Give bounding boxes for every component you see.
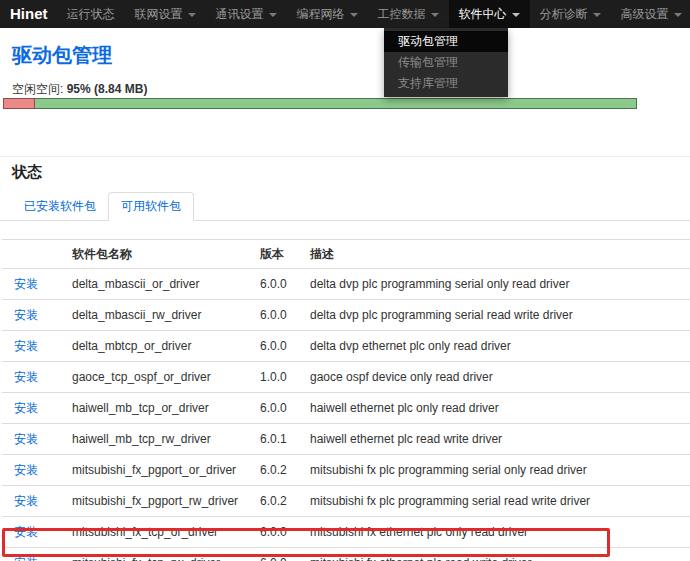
section-divider <box>0 156 690 157</box>
main-menu: 运行状态联网设置通讯设置编程网络工控数据软件中心分析诊断高级设置系统设置退出 <box>57 0 690 28</box>
tab-installed-packages[interactable]: 已安装软件包 <box>12 193 108 220</box>
package-table: 软件包名称 版本 描述 安装delta_mbascii_or_driver6.0… <box>2 239 690 561</box>
version-cell: 6.0.0 <box>252 393 302 424</box>
package-name-cell: delta_mbascii_rw_driver <box>64 300 252 331</box>
free-space-label: 空闲空间: <box>12 82 63 96</box>
section-title: 状态 <box>12 163 690 181</box>
chevron-down-icon <box>188 13 196 17</box>
package-name-cell: haiwell_mb_tcp_or_driver <box>64 393 252 424</box>
install-link[interactable]: 安装 <box>14 401 38 415</box>
nav-item-label: 联网设置 <box>135 0 183 28</box>
brand-logo[interactable]: Hinet <box>0 0 57 28</box>
table-row: 安装delta_mbascii_rw_driver6.0.0delta dvp … <box>2 300 690 331</box>
chevron-down-icon <box>431 13 439 17</box>
nav-item-label: 高级设置 <box>621 0 669 28</box>
description-cell: delta dvp plc programming serial read wr… <box>302 300 690 331</box>
package-name-cell: mitsubishi_fx_pgport_or_driver <box>64 455 252 486</box>
nav-item-label: 分析诊断 <box>540 0 588 28</box>
header-version: 版本 <box>252 240 302 269</box>
version-cell: 6.0.0 <box>252 548 302 561</box>
free-space-progressbar <box>3 98 637 109</box>
tab-available-packages[interactable]: 可用软件包 <box>108 192 194 221</box>
nav-item-network-settings[interactable]: 联网设置 <box>125 0 206 28</box>
free-space-line: 空闲空间: 95% (8.84 MB) <box>12 82 690 96</box>
description-cell: delta dvp ethernet plc only read driver <box>302 331 690 362</box>
package-name-cell: delta_mbascii_or_driver <box>64 269 252 300</box>
description-cell: gaoce ospf device only read driver <box>302 362 690 393</box>
install-link[interactable]: 安装 <box>14 339 38 353</box>
free-space-segment <box>35 98 637 109</box>
table-header-row: 软件包名称 版本 描述 <box>2 240 690 269</box>
dropdown-item-transfer-package-mgmt[interactable]: 传输包管理 <box>384 52 508 73</box>
nav-item-label: 工控数据 <box>378 0 426 28</box>
nav-item-label: 通讯设置 <box>216 0 264 28</box>
nav-item-ics-data[interactable]: 工控数据 <box>368 0 449 28</box>
nav-item-comm-settings[interactable]: 通讯设置 <box>206 0 287 28</box>
header-package-name: 软件包名称 <box>64 240 252 269</box>
table-row: 安装delta_mbtcp_or_driver6.0.0delta dvp et… <box>2 331 690 362</box>
package-name-cell: delta_mbtcp_or_driver <box>64 331 252 362</box>
table-row: 安装haiwell_mb_tcp_or_driver6.0.0haiwell e… <box>2 393 690 424</box>
chevron-down-icon <box>512 13 520 17</box>
table-row: 安装mitsubishi_fx_tcp_or_driver6.0.0mitsub… <box>2 517 690 548</box>
version-cell: 6.0.0 <box>252 517 302 548</box>
description-cell: haiwell ethernet plc read write driver <box>302 424 690 455</box>
package-tabs: 已安装软件包可用软件包 <box>0 192 690 221</box>
version-cell: 6.0.2 <box>252 486 302 517</box>
software-center-dropdown-menu: 驱动包管理传输包管理支持库管理 <box>384 28 508 97</box>
dropdown-item-support-lib-mgmt[interactable]: 支持库管理 <box>384 73 508 94</box>
install-link[interactable]: 安装 <box>14 525 38 539</box>
free-space-value: 95% (8.84 MB) <box>67 82 148 96</box>
package-name-cell: gaoce_tcp_ospf_or_driver <box>64 362 252 393</box>
page-title: 驱动包管理 <box>12 44 690 66</box>
top-navbar: Hinet 运行状态联网设置通讯设置编程网络工控数据软件中心分析诊断高级设置系统… <box>0 0 690 28</box>
version-cell: 6.0.0 <box>252 300 302 331</box>
package-name-cell: mitsubishi_fx_tcp_rw_driver <box>64 548 252 561</box>
table-row: 安装mitsubishi_fx_pgport_or_driver6.0.2mit… <box>2 455 690 486</box>
table-row: 安装gaoce_tcp_ospf_or_driver1.0.0gaoce osp… <box>2 362 690 393</box>
header-description: 描述 <box>302 240 690 269</box>
nav-item-run-status[interactable]: 运行状态 <box>57 0 125 28</box>
version-cell: 6.0.2 <box>252 455 302 486</box>
table-row-highlighted: 安装mitsubishi_fx_tcp_rw_driver6.0.0mitsub… <box>2 548 690 561</box>
install-link[interactable]: 安装 <box>14 556 38 561</box>
table-row: 安装haiwell_mb_tcp_rw_driver6.0.1haiwell e… <box>2 424 690 455</box>
nav-item-label: 运行状态 <box>67 0 115 28</box>
description-cell: mitsubishi fx plc programming serial onl… <box>302 455 690 486</box>
nav-item-prog-network[interactable]: 编程网络 <box>287 0 368 28</box>
description-cell: haiwell ethernet plc only read driver <box>302 393 690 424</box>
install-link[interactable]: 安装 <box>14 463 38 477</box>
description-cell: mitsubishi fx plc programming serial rea… <box>302 486 690 517</box>
install-link[interactable]: 安装 <box>14 494 38 508</box>
description-cell: mitsubishi fx ethernet plc only read dri… <box>302 517 690 548</box>
description-cell: delta dvp plc programming serial only re… <box>302 269 690 300</box>
nav-item-software-center[interactable]: 软件中心 <box>449 0 530 28</box>
version-cell: 6.0.1 <box>252 424 302 455</box>
version-cell: 6.0.0 <box>252 331 302 362</box>
version-cell: 6.0.0 <box>252 269 302 300</box>
table-row: 安装mitsubishi_fx_pgport_rw_driver6.0.2mit… <box>2 486 690 517</box>
package-name-cell: mitsubishi_fx_pgport_rw_driver <box>64 486 252 517</box>
install-link[interactable]: 安装 <box>14 308 38 322</box>
dropdown-item-driver-package-mgmt[interactable]: 驱动包管理 <box>384 31 508 52</box>
chevron-down-icon <box>350 13 358 17</box>
install-link[interactable]: 安装 <box>14 277 38 291</box>
install-link[interactable]: 安装 <box>14 432 38 446</box>
chevron-down-icon <box>593 13 601 17</box>
package-name-cell: mitsubishi_fx_tcp_or_driver <box>64 517 252 548</box>
header-action <box>2 240 64 269</box>
nav-item-analysis-diagnosis[interactable]: 分析诊断 <box>530 0 611 28</box>
version-cell: 1.0.0 <box>252 362 302 393</box>
nav-item-label: 软件中心 <box>459 0 507 28</box>
install-link[interactable]: 安装 <box>14 370 38 384</box>
chevron-down-icon <box>269 13 277 17</box>
nav-item-advanced-settings[interactable]: 高级设置 <box>611 0 690 28</box>
description-cell: mitsubishi fx ethernet plc read write dr… <box>302 548 690 561</box>
nav-item-label: 编程网络 <box>297 0 345 28</box>
page-content: 驱动包管理 空闲空间: 95% (8.84 MB) 状态 已安装软件包可用软件包… <box>0 0 690 561</box>
chevron-down-icon <box>674 13 682 17</box>
table-row: 安装delta_mbascii_or_driver6.0.0delta dvp … <box>2 269 690 300</box>
package-name-cell: haiwell_mb_tcp_rw_driver <box>64 424 252 455</box>
used-space-segment <box>3 98 35 109</box>
